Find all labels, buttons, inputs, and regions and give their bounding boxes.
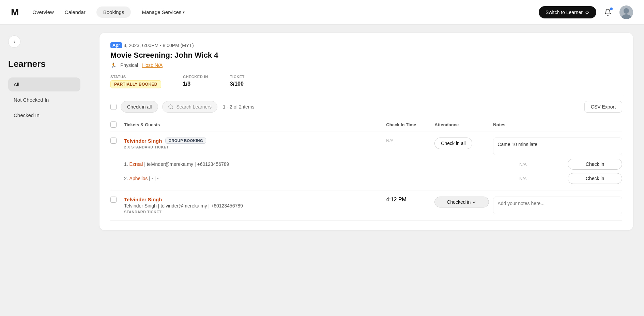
- sidebar-title: Learners: [8, 59, 80, 69]
- sidebar-item-checked-in[interactable]: Checked In: [8, 108, 80, 122]
- event-title: Movie Screening: John Wick 4: [110, 51, 622, 60]
- guest-row-1: 1. Ezreal | telvinder@mereka.my | +60123…: [110, 155, 622, 170]
- row1-notes: Came 10 mins late: [493, 138, 622, 155]
- group-badge: GROUP BOOKING: [165, 138, 206, 144]
- switch-learner-button[interactable]: Switch to Learner ⟳: [539, 6, 596, 18]
- host-link[interactable]: Host: N/A: [142, 62, 163, 68]
- row2-notes[interactable]: [493, 197, 622, 214]
- event-card: Apr 3, 2023, 6:00PM - 8:00PM (MYT) Movie…: [99, 33, 633, 230]
- event-type: Physical: [120, 62, 138, 68]
- table-row: Telvinder Singh GROUP BOOKING 2 X STANDA…: [110, 131, 622, 190]
- sidebar-back-button[interactable]: ‹: [8, 35, 20, 48]
- guest2-phone: -: [157, 176, 159, 181]
- col-header-notes: Notes: [493, 122, 622, 127]
- col-header-attendance: Attendance: [434, 122, 489, 127]
- guest1-check-in-button[interactable]: Check in: [568, 159, 622, 170]
- nav-overview[interactable]: Overview: [32, 7, 54, 17]
- row2-phone: +60123456789: [211, 203, 243, 209]
- user-avatar[interactable]: [619, 5, 633, 19]
- chevron-down-icon: ▾: [183, 10, 185, 15]
- row1-notes-box: Came 10 mins late: [493, 138, 622, 155]
- guest1-info: 1. Ezreal | telvinder@mereka.my | +60123…: [124, 161, 515, 167]
- select-all-checkbox[interactable]: [110, 104, 117, 110]
- date-highlight: Apr: [110, 42, 122, 48]
- checked-in-button[interactable]: Checked in ✓: [434, 197, 489, 207]
- row2-notes-input[interactable]: [497, 201, 618, 206]
- row1-attendance: Check in all: [434, 138, 489, 149]
- row1-notes-text: Came 10 mins late: [497, 142, 537, 147]
- row2-attendance: Checked in ✓: [434, 197, 489, 207]
- event-type-icon: 🏃: [110, 62, 116, 68]
- status-badge: PARTIALLY BOOKED: [110, 80, 161, 88]
- guest1-email: telvinder@mereka.my: [147, 161, 193, 167]
- nav-right: Switch to Learner ⟳: [539, 5, 633, 19]
- search-box[interactable]: Search Learners: [162, 101, 217, 113]
- svg-point-3: [169, 105, 172, 109]
- guest1-checkin-time: N/A: [519, 161, 564, 167]
- guest-row-2: 2. Aphelios | - | - N/A Check in: [110, 170, 622, 184]
- notifications-bell[interactable]: [602, 6, 614, 18]
- row2-checkbox[interactable]: [110, 197, 117, 203]
- items-count: 1 - 2 of 2 items: [223, 104, 255, 110]
- ticket-value: 3/100: [230, 81, 245, 87]
- table-row: Telvinder Singh Telvinder Singh | telvin…: [110, 190, 622, 221]
- table-header: Tickets & Guests Check In Time Attendanc…: [110, 118, 622, 131]
- search-placeholder: Search Learners: [176, 104, 212, 110]
- header-checkbox[interactable]: [110, 121, 117, 128]
- row2-name-col: Telvinder Singh Telvinder Singh | telvin…: [124, 197, 382, 214]
- guest1-phone: +60123456789: [197, 161, 229, 167]
- logo-icon: M: [11, 7, 19, 18]
- refresh-icon: ⟳: [585, 10, 589, 15]
- checked-in-value: 1/3: [183, 81, 208, 87]
- row1-name-col: Telvinder Singh GROUP BOOKING 2 X STANDA…: [124, 138, 382, 149]
- row2-ticket-type: STANDARD TICKET: [124, 210, 382, 214]
- guest2-email: -: [152, 176, 153, 181]
- nav-bookings[interactable]: Bookings: [96, 6, 131, 18]
- row1-checkbox[interactable]: [110, 138, 117, 144]
- checked-in-label: CHECKED IN: [183, 75, 208, 79]
- svg-point-1: [624, 8, 629, 14]
- col-header-check-in-time: Check In Time: [386, 122, 430, 127]
- guest2-check-in-button[interactable]: Check in: [568, 173, 622, 184]
- toolbar: Check in all Search Learners 1 - 2 of 2 …: [110, 101, 622, 113]
- event-date-row: Apr 3, 2023, 6:00PM - 8:00PM (MYT): [110, 42, 622, 48]
- status-stat: STATUS PARTIALLY BOOKED: [110, 75, 161, 87]
- checkmark-icon: ✓: [473, 199, 477, 205]
- status-label: STATUS: [110, 75, 161, 79]
- ticket-label: TICKET: [230, 75, 245, 79]
- guest2-info: 2. Aphelios | - | -: [124, 176, 515, 181]
- ticket-stat: TICKET 3/100: [230, 75, 245, 87]
- avatar-image: [619, 5, 633, 19]
- check-in-all-button[interactable]: Check in all: [121, 101, 158, 113]
- date-rest: 3, 2023, 6:00PM - 8:00PM (MYT): [123, 43, 194, 48]
- event-meta: 🏃 Physical Host: N/A: [110, 62, 622, 68]
- guest2-name[interactable]: Aphelios: [129, 176, 148, 181]
- notification-dot: [610, 8, 613, 10]
- sidebar-item-all[interactable]: All: [8, 77, 80, 91]
- guest1-name[interactable]: Ezreal: [129, 161, 143, 167]
- row1-booker-name: Telvinder Singh GROUP BOOKING: [124, 138, 382, 144]
- nav-calendar[interactable]: Calendar: [65, 7, 86, 17]
- guest1-attendance: Check in: [568, 159, 622, 170]
- row2-email: telvinder@mereka.my: [160, 203, 207, 209]
- row2-booker-name: Telvinder Singh: [124, 197, 382, 202]
- page-body: ‹ Learners All Not Checked In Checked In…: [0, 25, 644, 316]
- csv-export-button[interactable]: CSV Export: [584, 101, 622, 113]
- divider-1: [110, 94, 622, 94]
- row2-check-in-time: 4:12 PM: [386, 197, 430, 203]
- row1-ticket-type: 2 X STANDARD TICKET: [124, 145, 382, 149]
- checked-in-stat: CHECKED IN 1/3: [183, 75, 208, 87]
- navbar: M Overview Calendar Bookings Manage Serv…: [0, 0, 644, 25]
- row1-check-in-time: N/A: [386, 138, 430, 144]
- guest2-attendance: Check in: [568, 173, 622, 184]
- event-stats: STATUS PARTIALLY BOOKED CHECKED IN 1/3 T…: [110, 75, 622, 87]
- nav-manage-services[interactable]: Manage Services ▾: [142, 9, 185, 15]
- guest2-checkin-time: N/A: [519, 175, 564, 182]
- row2-notes-box[interactable]: [493, 197, 622, 214]
- col-header-tickets-guests: Tickets & Guests: [124, 122, 382, 127]
- sidebar-item-not-checked-in[interactable]: Not Checked In: [8, 93, 80, 107]
- check-in-all-round-button[interactable]: Check in all: [434, 138, 472, 149]
- main-content: Apr 3, 2023, 6:00PM - 8:00PM (MYT) Movie…: [89, 25, 644, 316]
- booking-main-row-2: Telvinder Singh Telvinder Singh | telvin…: [110, 197, 622, 214]
- row2-sub-name: Telvinder Singh | telvinder@mereka.my | …: [124, 203, 382, 209]
